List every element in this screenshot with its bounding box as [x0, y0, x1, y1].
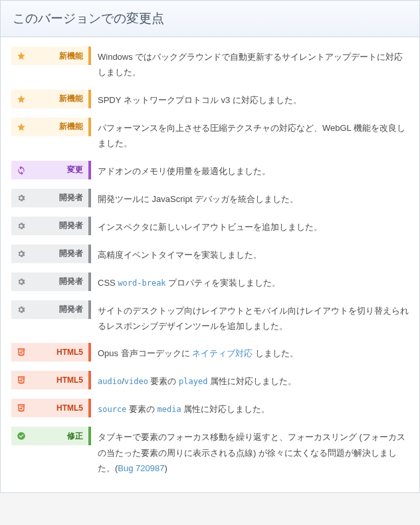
change-row: 開発者CSS word-break プロパティを実装しました。	[11, 272, 409, 291]
change-tag-dev: 開発者	[11, 189, 91, 207]
code-literal: played	[179, 377, 207, 386]
change-tag-label: 開発者	[31, 276, 83, 287]
html5-shield-icon	[15, 346, 27, 358]
change-description: source 要素の media 属性に対応しました。	[98, 399, 409, 417]
change-description: タブキーで要素のフォーカス移動を繰り返すと、フォーカスリング (フォーカスの当た…	[98, 427, 409, 476]
change-tag-label: HTML5	[31, 375, 83, 385]
change-tag-dev: 開発者	[11, 217, 91, 235]
change-tag-new: 新機能	[11, 90, 91, 108]
code-literal: video	[124, 377, 148, 386]
change-row: 新機能パフォーマンスを向上させる圧縮テクスチャの対応など、WebGL 機能を改良…	[11, 118, 409, 152]
change-tag-html5: HTML5	[11, 343, 91, 362]
change-description: Opus 音声コーデックに ネイティブ対応 しました。	[98, 343, 409, 361]
html5-shield-icon	[15, 374, 27, 386]
change-tag-label: 開発者	[31, 220, 83, 231]
change-description: インスペクタに新しいレイアウトビューを追加しました。	[98, 217, 409, 235]
change-description: パフォーマンスを向上させる圧縮テクスチャの対応など、WebGL 機能を改良しまし…	[98, 118, 409, 152]
change-tag-dev: 開発者	[11, 245, 91, 263]
gear-icon	[15, 220, 27, 232]
change-tag-label: 新機能	[31, 51, 83, 62]
change-description: CSS word-break プロパティを実装しました。	[98, 272, 409, 291]
change-tag-label: 新機能	[31, 93, 83, 104]
change-description: Windows ではバックグラウンドで自動更新するサイレントアップデートに対応し…	[98, 47, 409, 80]
changes-list: 新機能Windows ではバックグラウンドで自動更新するサイレントアップデートに…	[1, 37, 419, 492]
change-tag-html5: HTML5	[11, 371, 91, 389]
code-literal: audio	[98, 377, 122, 386]
gear-icon	[15, 248, 27, 260]
change-description: サイトのデスクトップ向けレイアウトとモバイル向けレイアウトを切り替えられるレスポ…	[98, 300, 409, 334]
change-row: HTML5Opus 音声コーデックに ネイティブ対応 しました。	[11, 343, 409, 362]
star-icon	[15, 50, 27, 62]
inline-link[interactable]: ネイティブ対応	[192, 348, 253, 358]
code-literal: media	[158, 405, 181, 414]
release-notes-panel: このバージョンでの変更点 新機能Windows ではバックグラウンドで自動更新す…	[0, 0, 420, 493]
change-tag-label: 開発者	[31, 248, 83, 259]
html5-shield-icon	[15, 402, 27, 414]
change-row: 開発者インスペクタに新しいレイアウトビューを追加しました。	[11, 217, 409, 235]
change-tag-label: 変更	[31, 164, 83, 175]
change-tag-label: 開発者	[31, 304, 83, 315]
change-row: 修正タブキーで要素のフォーカス移動を繰り返すと、フォーカスリング (フォーカスの…	[11, 427, 409, 476]
change-tag-html5: HTML5	[11, 399, 91, 417]
star-icon	[15, 121, 27, 133]
panel-heading: このバージョンでの変更点	[1, 1, 419, 37]
change-row: 新機能Windows ではバックグラウンドで自動更新するサイレントアップデートに…	[11, 47, 409, 80]
change-tag-label: HTML5	[31, 403, 83, 413]
code-literal: source	[98, 405, 126, 414]
change-description: audio/video 要素の played 属性に対応しました。	[98, 371, 409, 389]
gear-icon	[15, 192, 27, 204]
change-description: 高精度イベントタイマーを実装しました。	[98, 245, 409, 262]
inline-link[interactable]: Bug 720987	[118, 463, 164, 473]
gear-icon	[15, 276, 27, 288]
refresh-icon	[15, 164, 27, 176]
change-row: 変更アドオンのメモリ使用量を最適化しました。	[11, 161, 409, 179]
change-tag-new: 新機能	[11, 118, 91, 136]
code-literal: word-break	[118, 278, 165, 288]
change-description: SPDY ネットワークプロトコル v3 に対応しました。	[98, 90, 409, 108]
change-row: HTML5audio/video 要素の played 属性に対応しました。	[11, 371, 409, 389]
star-icon	[15, 93, 27, 105]
change-tag-label: 修正	[31, 431, 83, 442]
change-tag-changed: 変更	[11, 161, 91, 179]
change-row: 開発者サイトのデスクトップ向けレイアウトとモバイル向けレイアウトを切り替えられる…	[11, 300, 409, 334]
change-row: HTML5source 要素の media 属性に対応しました。	[11, 399, 409, 417]
change-row: 開発者開発ツールに JavaScript デバッガを統合しました。	[11, 189, 409, 207]
change-tag-label: 新機能	[31, 121, 83, 132]
change-tag-label: 開発者	[31, 192, 83, 203]
change-row: 開発者高精度イベントタイマーを実装しました。	[11, 245, 409, 263]
change-tag-dev: 開発者	[11, 272, 91, 291]
change-tag-label: HTML5	[31, 348, 83, 357]
gear-icon	[15, 304, 27, 316]
change-description: 開発ツールに JavaScript デバッガを統合しました。	[98, 189, 409, 207]
checkmark-circle-icon	[15, 430, 27, 442]
change-tag-new: 新機能	[11, 47, 91, 65]
change-tag-dev: 開発者	[11, 300, 91, 319]
change-row: 新機能SPDY ネットワークプロトコル v3 に対応しました。	[11, 90, 409, 108]
change-tag-fixed: 修正	[11, 427, 91, 445]
change-description: アドオンのメモリ使用量を最適化しました。	[98, 161, 409, 179]
